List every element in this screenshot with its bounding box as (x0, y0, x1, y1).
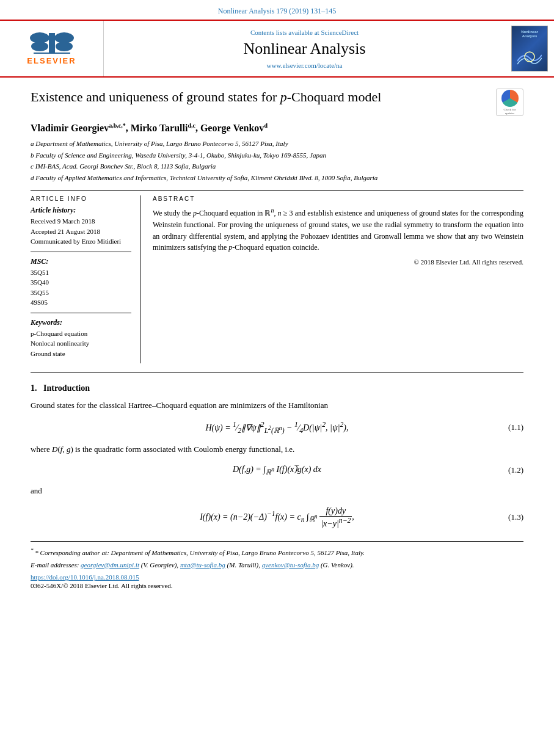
abstract-text: We study the p-Choquard equation in ℝn, … (153, 206, 523, 253)
keywords-section: Keywords: p-Choquard equation Nonlocal n… (31, 318, 131, 359)
abstract-label: ABSTRACT (153, 195, 523, 202)
issn-line: 0362-546X/© 2018 Elsevier Ltd. All right… (31, 582, 523, 589)
svg-rect-0 (49, 33, 55, 54)
footnotes: * * Corresponding author at: Department … (31, 541, 523, 590)
copyright-line: © 2018 Elsevier Ltd. All rights reserved… (153, 258, 523, 266)
email-footnote: E-mail addresses: georgiev@dm.unipi.it (… (31, 560, 523, 570)
affiliation-d: d Faculty of Applied Mathematics and Inf… (31, 173, 523, 183)
sciencedirect-prefix: Contents lists available at (250, 29, 319, 36)
check-badge-icon (501, 90, 519, 107)
affiliation-a: a Department of Mathematics, University … (31, 139, 523, 149)
authors-line: Vladimir Georgieva,b,c,*, Mirko Tarullid… (31, 122, 523, 134)
email3-link[interactable]: gvenkov@tu-sofia.bg (262, 561, 319, 569)
svg-point-4 (56, 42, 73, 51)
corresponding-author-note: * Corresponding author at: Department of… (35, 548, 365, 556)
equation-1-2: D(f,g) = ∫ℝn I(f)(x)̅g(x) dx (1.2) (31, 464, 523, 476)
keyword-1: p-Choquard equation (31, 329, 131, 339)
eq-1-2-number: (1.2) (508, 465, 523, 475)
msc-code-3: 35Q55 (31, 288, 131, 298)
intro-and-text: and (31, 485, 523, 498)
accepted-date: Accepted 21 August 2018 (31, 227, 131, 237)
email-label: E-mail addresses: (31, 561, 79, 569)
article-history: Article history: Received 9 March 2018 A… (31, 206, 131, 247)
sciencedirect-line: Contents lists available at ScienceDirec… (250, 29, 359, 36)
journal-title: Nonlinear Analysis (243, 40, 365, 58)
keywords-label: Keywords: (31, 318, 131, 327)
elsevier-logo: ELSEVIER (0, 21, 104, 76)
abstract-column: ABSTRACT We study the p-Choquard equatio… (153, 195, 523, 363)
star-footnote: * * Corresponding author at: Department … (31, 547, 523, 558)
email1-name: (V. Georgiev), (141, 561, 178, 569)
sciencedirect-link-text[interactable]: ScienceDirect (321, 29, 359, 36)
divider-info-1 (31, 252, 131, 252)
word-that: that (455, 232, 466, 241)
cover-thumbnail: NonlinearAnalysis (511, 26, 548, 71)
section-title: Introduction (43, 383, 90, 393)
email2-name: (M. Tarulli), (227, 561, 260, 569)
msc-code-1: 35Q51 (31, 267, 131, 278)
article-title: Existence and uniqueness of ground state… (31, 89, 490, 106)
svg-point-6 (525, 52, 534, 62)
msc-code-4: 49S05 (31, 297, 131, 308)
journal-cover: NonlinearAnalysis (505, 21, 554, 76)
communicated-by: Communicated by Enzo Mitidieri (31, 236, 131, 247)
doi-link[interactable]: https://doi.org/10.1016/j.na.2018.08.015 (31, 573, 139, 581)
eq-1-1-content: H(ψ) = 1⁄2‖∇ψ‖2L2(ℝn) − 1⁄4D(|ψ|2, |ψ|2)… (205, 421, 348, 434)
author2-superscript: d,c (188, 122, 195, 129)
intro-paragraph-1: Ground states for the classical Hartree–… (31, 399, 523, 412)
author1-superscript: a,b,c,* (109, 122, 126, 129)
divider-1 (31, 190, 523, 191)
affiliation-c: c IMI-BAS, Acad. Georgi Bonchev Str., Bl… (31, 161, 523, 172)
equation-1-1: H(ψ) = 1⁄2‖∇ψ‖2L2(ℝn) − 1⁄4D(|ψ|2, |ψ|2)… (31, 421, 523, 434)
intro-where-text: where D(f, g) is the quadratic form asso… (31, 443, 523, 456)
journal-citation-header: Nonlinear Analysis 179 (2019) 131–145 (0, 0, 554, 21)
introduction-heading: 1. Introduction (31, 383, 523, 393)
journal-info-center: Contents lists available at ScienceDirec… (104, 21, 505, 76)
divider-2 (31, 372, 523, 373)
page: Nonlinear Analysis 179 (2019) 131–145 EL… (0, 0, 554, 756)
affiliations: a Department of Mathematics, University … (31, 139, 523, 183)
eq-1-2-math: D(f,g) = ∫ℝn I(f)(x)̅g(x) dx (233, 465, 321, 474)
article-info-column: ARTICLE INFO Article history: Received 9… (31, 195, 140, 363)
email2-link[interactable]: mta@tu-sofia.bg (180, 561, 225, 569)
eq-1-3-number: (1.3) (508, 512, 523, 522)
keyword-2: Nonlocal nonlinearity (31, 338, 131, 349)
email3-name: (G. Venkov). (321, 561, 354, 569)
author3-name: George Venkov (200, 123, 264, 133)
msc-section: MSC: 35Q51 35Q40 35Q55 49S05 (31, 257, 131, 308)
elsevier-tree-icon (27, 32, 76, 55)
author3-superscript: d (264, 122, 268, 129)
msc-code-2: 35Q40 (31, 277, 131, 288)
journal-citation-link[interactable]: Nonlinear Analysis 179 (2019) 131–145 (218, 7, 336, 15)
msc-label: MSC: (31, 257, 131, 266)
title-section: Existence and uniqueness of ground state… (31, 89, 523, 116)
check-badge-label: Check forupdates (504, 108, 516, 115)
history-label: Article history: (31, 206, 131, 215)
journal-website[interactable]: www.elsevier.com/locate/na (267, 62, 343, 69)
svg-point-3 (31, 42, 48, 51)
received-date: Received 9 March 2018 (31, 216, 131, 227)
article-info-label: ARTICLE INFO (31, 195, 131, 202)
keyword-3: Ground state (31, 349, 131, 359)
affiliation-b: b Faculty of Science and Engineering, Wa… (31, 150, 523, 161)
divider-info-2 (31, 313, 131, 313)
check-for-updates-badge[interactable]: Check forupdates (496, 89, 523, 116)
doi-line[interactable]: https://doi.org/10.1016/j.na.2018.08.015 (31, 573, 523, 581)
section-number: 1. (31, 383, 37, 393)
elsevier-wordmark: ELSEVIER (27, 56, 76, 65)
eq-1-1-number: (1.1) (508, 423, 523, 432)
eq-1-1-math: H(ψ) = 1⁄2‖∇ψ‖2L2(ℝn) − 1⁄4D(|ψ|2, |ψ|2)… (205, 423, 348, 432)
info-abstract-columns: ARTICLE INFO Article history: Received 9… (31, 195, 523, 363)
equation-1-3: I(f)(x) = (n−2)(−Δ)−1f(x) = cn ∫ℝn f(y)d… (31, 506, 523, 529)
email1-link[interactable]: georgiev@dm.unipi.it (81, 561, 139, 569)
eq-1-2-content: D(f,g) = ∫ℝn I(f)(x)̅g(x) dx (233, 464, 321, 476)
publisher-bar: ELSEVIER Contents lists available at Sci… (0, 21, 554, 78)
eq-1-3-content: I(f)(x) = (n−2)(−Δ)−1f(x) = cn ∫ℝn f(y)d… (200, 506, 354, 529)
eq-1-3-math: I(f)(x) = (n−2)(−Δ)−1f(x) = cn ∫ℝn f(y)d… (200, 512, 354, 522)
article-content: Existence and uniqueness of ground state… (0, 78, 554, 602)
author1-name: Vladimir Georgiev (31, 123, 109, 133)
author2-name: Mirko Tarulli (131, 123, 188, 133)
